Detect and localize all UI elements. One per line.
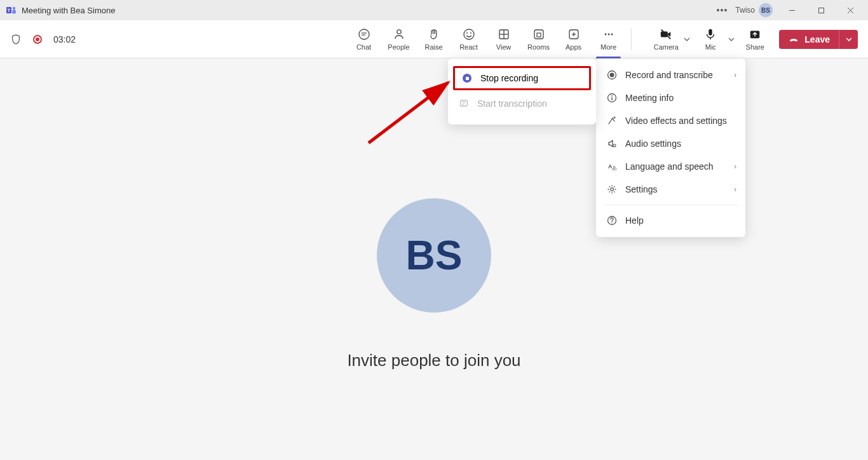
leave-group: Leave	[779, 30, 858, 49]
rooms-button[interactable]: Rooms	[521, 22, 556, 57]
mic-chevron[interactable]	[726, 22, 737, 57]
view-icon	[498, 28, 510, 41]
chevron-right-icon: ›	[734, 162, 736, 171]
shield-icon[interactable]	[10, 34, 22, 45]
titlebar-right: ••• Twiso BS	[717, 1, 863, 19]
mic-group: Mic	[695, 22, 737, 57]
share-button[interactable]: Share	[740, 22, 770, 57]
transcription-icon	[458, 98, 470, 109]
minimize-button[interactable]	[779, 1, 804, 19]
share-icon	[749, 28, 761, 41]
svg-point-11	[397, 29, 400, 33]
svg-text:T: T	[8, 8, 11, 13]
menu-meeting-info[interactable]: Meeting info	[596, 86, 745, 109]
menu-language-speech[interactable]: Aあ Language and speech ›	[596, 155, 745, 178]
teams-logo-icon: T	[6, 5, 17, 15]
record-icon	[606, 69, 618, 81]
svg-point-13	[466, 32, 468, 34]
help-icon	[606, 215, 618, 226]
menu-audio-settings[interactable]: Audio settings	[596, 132, 745, 155]
submenu-stop-recording[interactable]: Stop recording	[453, 66, 591, 90]
menu-settings-label: Settings	[625, 184, 658, 194]
react-button[interactable]: React	[451, 22, 486, 57]
menu-record-transcribe[interactable]: Record and transcribe ›	[596, 64, 745, 86]
menu-video-label: Video effects and settings	[625, 116, 727, 126]
svg-point-36	[613, 144, 616, 147]
menu-help-label: Help	[625, 215, 644, 226]
svg-point-12	[464, 29, 474, 39]
mic-icon	[704, 28, 717, 41]
svg-point-24	[607, 33, 609, 35]
audio-settings-icon	[606, 138, 618, 149]
chat-button[interactable]: Chat	[346, 22, 381, 57]
people-button[interactable]: People	[381, 22, 416, 57]
camera-off-icon	[660, 28, 672, 41]
raise-button[interactable]: Raise	[416, 22, 451, 57]
gear-icon	[606, 184, 618, 195]
leave-chevron[interactable]	[839, 30, 858, 49]
apps-button[interactable]: Apps	[556, 22, 591, 57]
view-button[interactable]: View	[486, 22, 521, 57]
titlebar: T Meeting with Bea Simone ••• Twiso BS	[0, 0, 868, 20]
participant-avatar: BS	[377, 198, 491, 313]
svg-point-32	[610, 73, 614, 78]
leave-label: Leave	[804, 34, 830, 44]
stop-recording-icon	[461, 72, 473, 84]
mic-button[interactable]: Mic	[695, 22, 726, 57]
menu-settings[interactable]: Settings ›	[596, 178, 745, 201]
hangup-icon	[788, 34, 799, 45]
submenu-start-transcription: Start transcription	[448, 91, 596, 116]
share-label: Share	[746, 43, 764, 51]
react-label: React	[459, 43, 478, 51]
camera-button[interactable]: Camera	[651, 22, 681, 57]
people-label: People	[388, 43, 409, 51]
svg-rect-2	[12, 10, 16, 14]
titlebar-user[interactable]: Twiso BS	[735, 3, 773, 17]
menu-record-label: Record and transcribe	[625, 70, 713, 80]
maximize-button[interactable]	[808, 1, 834, 19]
close-button[interactable]	[837, 1, 863, 19]
svg-rect-28	[709, 29, 712, 35]
leave-button[interactable]: Leave	[779, 30, 839, 49]
chevron-right-icon: ›	[734, 185, 736, 194]
menu-lang-label: Language and speech	[625, 161, 714, 172]
meeting-toolbar: 03:02 Chat People Raise React View Rooms	[0, 20, 868, 58]
menu-separator	[604, 205, 738, 205]
toolbar-left: 03:02	[10, 34, 76, 45]
more-icon	[602, 28, 615, 41]
menu-help[interactable]: Help	[596, 209, 745, 232]
meeting-timer: 03:02	[53, 34, 76, 44]
record-submenu: Stop recording Start transcription	[448, 58, 596, 125]
titlebar-more-icon[interactable]: •••	[717, 5, 728, 15]
svg-rect-42	[461, 100, 468, 106]
svg-point-1	[13, 7, 15, 10]
svg-point-41	[611, 222, 613, 224]
chat-icon	[358, 28, 370, 41]
menu-video-effects[interactable]: Video effects and settings	[596, 109, 745, 132]
recording-indicator-icon	[33, 35, 42, 44]
chevron-right-icon: ›	[734, 71, 736, 79]
menu-audio-label: Audio settings	[625, 139, 681, 149]
video-effects-icon	[606, 115, 618, 126]
rooms-icon	[532, 28, 545, 41]
svg-rect-18	[534, 30, 543, 39]
more-menu: Record and transcribe › Meeting info Vid…	[596, 58, 745, 237]
submenu-stop-label: Stop recording	[480, 73, 538, 83]
toolbar-center: Chat People Raise React View Rooms Apps	[346, 22, 637, 57]
raise-hand-icon	[428, 28, 440, 41]
language-icon: Aあ	[606, 161, 618, 172]
invite-text: Invite people to join you	[347, 351, 520, 370]
view-label: View	[496, 43, 512, 51]
svg-rect-19	[537, 33, 541, 37]
react-icon	[463, 28, 475, 41]
titlebar-avatar: BS	[759, 3, 773, 17]
svg-point-14	[470, 32, 471, 34]
more-button[interactable]: More	[591, 22, 626, 57]
more-label: More	[600, 43, 616, 51]
submenu-transcription-label: Start transcription	[477, 98, 547, 109]
camera-chevron[interactable]	[681, 22, 693, 57]
camera-group: Camera	[651, 22, 693, 57]
rooms-label: Rooms	[527, 43, 550, 51]
svg-point-8	[359, 29, 369, 39]
apps-label: Apps	[566, 43, 581, 51]
